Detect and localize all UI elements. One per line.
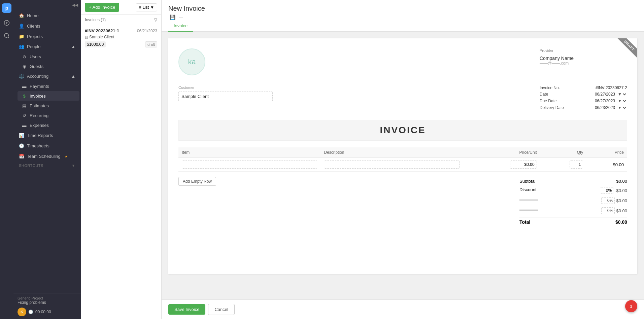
col-description: Description	[320, 147, 463, 158]
sidebar-item-estimates[interactable]: ▤ Estimates	[18, 101, 79, 110]
timer-display: 00:00:00	[35, 310, 51, 314]
estimates-icon: ▤	[22, 103, 27, 108]
clock-icon: 🕐	[28, 310, 33, 314]
due-date-row: Due Date 06/27/2023 ▼	[540, 98, 627, 104]
customer-meta-row: Customer Invoice No. #INV-20230627-2 Dat…	[178, 85, 627, 112]
accounting-section-header[interactable]: ⚖️ Accounting ▲	[15, 71, 79, 81]
delivery-date-input[interactable]: 06/23/2023 ▼	[595, 105, 627, 110]
sidebar-item-guests[interactable]: ◉ Guests	[18, 62, 79, 71]
rail-icon-add[interactable]	[1, 17, 12, 28]
svg-line-4	[8, 37, 9, 38]
list-icon: ≡	[139, 5, 141, 10]
guests-icon: ◉	[22, 64, 27, 69]
sidebar-item-time-reports[interactable]: 📊 Time Reports	[15, 130, 79, 140]
people-sub: ⊙ Users ◉ Guests	[13, 52, 81, 71]
delivery-date-row: Delivery Date 06/23/2023 ▼	[540, 105, 627, 110]
total-row: Total $0.00	[519, 217, 627, 226]
team-scheduling-icon: 📅	[19, 153, 24, 159]
invoice-banner: INVOICE	[178, 120, 627, 141]
user-avatar[interactable]: K	[18, 308, 26, 316]
tax2-pct-input[interactable]	[601, 207, 615, 214]
sidebar-item-home[interactable]: 🏠 Home	[15, 10, 79, 21]
items-table: Item Description Price/Unit Qty Price	[178, 147, 627, 172]
icon-rail: p	[0, 0, 13, 319]
due-date-select[interactable]: ▼	[616, 98, 627, 104]
invoice-card[interactable]: #INV-20230621-1 06/21/2023 ▤ Sample Clie…	[81, 25, 161, 51]
tax1-pct: $0.00	[601, 197, 627, 204]
invoice-card-top: #INV-20230621-1 06/21/2023	[85, 28, 157, 33]
price-cell: $0.00	[586, 158, 627, 172]
invoice-actions-row: 💾 —	[168, 14, 637, 21]
people-section-header[interactable]: 👥 People ▲	[15, 42, 79, 51]
accounting-sub: ▬ Payments $ Invoices ▤ Estimates ↺ Recu…	[13, 81, 81, 130]
add-invoice-button[interactable]: + Add Invoice	[85, 3, 119, 12]
filter-icon[interactable]: ▽	[154, 17, 157, 22]
discount-pct: -$0.00	[600, 187, 627, 194]
people-chevron-icon: ▲	[71, 44, 75, 49]
company-logo: ka	[178, 48, 205, 75]
price-unit-cell	[463, 158, 540, 172]
date-input[interactable]: 06/27/2023 ▼	[595, 92, 627, 97]
tab-invoice[interactable]: Invoice	[168, 21, 193, 32]
view-controls: ≡ List ▼	[136, 3, 157, 11]
col-price-unit: Price/Unit	[463, 147, 540, 158]
description-input[interactable]	[324, 161, 459, 169]
sidebar-item-users[interactable]: ⊙ Users	[18, 52, 79, 61]
sidebar-collapse[interactable]: ◀◀	[13, 0, 81, 9]
invoices-icon: $	[22, 93, 27, 99]
delivery-date-select[interactable]: ▼	[616, 105, 627, 110]
subtotal-row: Subtotal $0.00	[519, 177, 627, 185]
date-select[interactable]: ▼	[616, 92, 627, 97]
sidebar-item-timesheets[interactable]: 🕐 Timesheets	[15, 141, 79, 151]
col-item: Item	[178, 147, 320, 158]
tax2-row: ▬▬▬▬▬ $0.00	[519, 206, 627, 216]
app-logo[interactable]: p	[2, 3, 11, 13]
sidebar-item-invoices[interactable]: $ Invoices	[18, 91, 79, 101]
list-view-button[interactable]: ≡ List ▼	[136, 3, 157, 11]
invoice-client: ▤ Sample Client	[85, 35, 157, 39]
customer-input[interactable]	[178, 92, 273, 101]
save-invoice-button[interactable]: Save Invoice	[168, 304, 205, 315]
company-logo-area: ka	[178, 48, 205, 75]
sidebar-item-expenses[interactable]: ▬ Expenses	[18, 120, 79, 130]
invoice-footer: $1000.00 draft	[85, 41, 157, 47]
tax1-label: ▬▬▬▬▬	[519, 197, 538, 204]
svg-point-3	[4, 33, 8, 37]
qty-input[interactable]	[570, 161, 583, 169]
sidebar-bottom: Generic Project Fixing problems K 🕐 00:0…	[13, 293, 81, 319]
price-unit-input[interactable]	[510, 161, 537, 169]
add-row-button[interactable]: Add Empty Row	[178, 177, 216, 186]
invoice-body: DRAFT ka Provider Company Name ——@——.com	[162, 32, 644, 299]
sidebar-item-team-scheduling[interactable]: 📅 Team Scheduling ★	[15, 151, 79, 161]
time-reports-icon: 📊	[19, 133, 24, 138]
discount-pct-input[interactable]	[600, 187, 613, 194]
qty-cell	[540, 158, 587, 172]
sidebar-item-clients[interactable]: 👤 Clients	[15, 21, 79, 31]
table-row: $0.00	[178, 158, 627, 172]
col-qty: Qty	[540, 147, 587, 158]
timesheets-icon: 🕐	[19, 143, 24, 148]
users-icon: ⊙	[22, 54, 27, 59]
sidebar-item-payments[interactable]: ▬ Payments	[18, 81, 79, 91]
tax2-pct: $0.00	[601, 207, 627, 214]
client-icon: ▤	[85, 35, 88, 39]
item-input[interactable]	[182, 161, 317, 169]
table-header-row: Item Description Price/Unit Qty Price	[178, 147, 627, 158]
rail-icon-search[interactable]	[1, 30, 12, 41]
customer-section: Customer	[178, 85, 273, 105]
invoice-paper: DRAFT ka Provider Company Name ——@——.com	[168, 38, 637, 274]
projects-icon: 📁	[19, 34, 24, 39]
clients-icon: 👤	[19, 23, 24, 29]
cancel-button[interactable]: Cancel	[208, 304, 234, 315]
due-date-input[interactable]: 06/27/2023 ▼	[595, 98, 627, 104]
home-icon: 🏠	[19, 13, 24, 18]
actions-separator: —	[179, 15, 183, 20]
sidebar-item-projects[interactable]: 📁 Projects	[15, 31, 79, 41]
chat-button[interactable]: 2	[625, 300, 637, 312]
save-icon-btn[interactable]: 💾	[168, 14, 177, 21]
tax1-pct-input[interactable]	[601, 197, 615, 204]
date-row: Date 06/27/2023 ▼	[540, 92, 627, 97]
sidebar-item-recurring[interactable]: ↺ Recurring	[18, 111, 79, 120]
draft-corner: DRAFT	[614, 38, 637, 62]
col-price: Price	[586, 147, 627, 158]
